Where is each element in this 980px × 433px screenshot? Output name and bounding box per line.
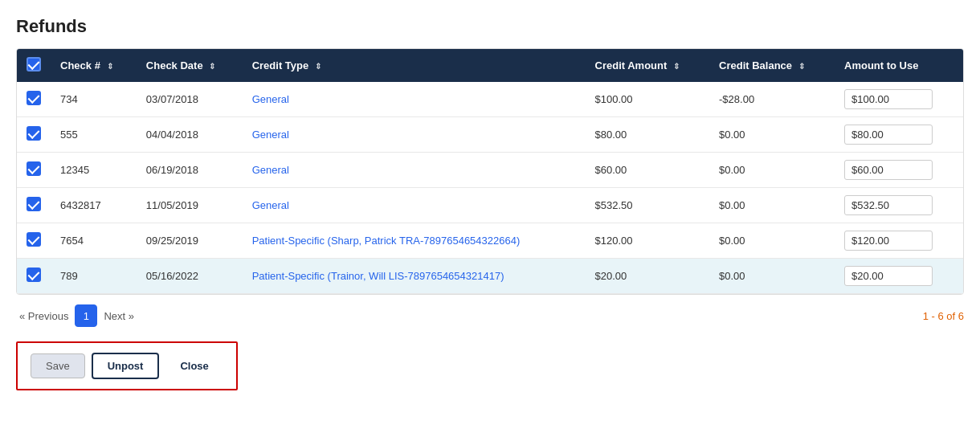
col-header-check-date[interactable]: Check Date ⇕ [137, 49, 243, 82]
row-checkbox[interactable] [27, 126, 41, 141]
table-row: 78905/16/2022Patient-Specific (Trainor, … [17, 259, 963, 294]
cell-credit-amount: $20.00 [586, 259, 709, 294]
credit-type-link[interactable]: General [252, 199, 289, 211]
row-checkbox[interactable] [27, 161, 41, 176]
credit-type-link[interactable]: Patient-Specific (Trainor, Will LIS-7897… [252, 270, 504, 282]
cell-credit-balance: $0.00 [709, 188, 835, 223]
table-row: 643281711/05/2019General$532.50$0.00 [17, 188, 963, 223]
cell-credit-amount: $60.00 [586, 153, 709, 188]
cell-check-num: 12345 [51, 153, 137, 188]
row-checkbox-cell[interactable] [17, 153, 51, 188]
cell-credit-amount: $120.00 [586, 223, 709, 259]
cell-amount-to-use[interactable] [835, 117, 963, 153]
cell-credit-type[interactable]: General [243, 82, 586, 117]
col-header-credit-amount[interactable]: Credit Amount ⇕ [586, 49, 709, 82]
cell-credit-type[interactable]: Patient-Specific (Sharp, Patrick TRA-789… [243, 223, 586, 259]
amount-to-use-input[interactable] [844, 89, 933, 109]
page-title: Refunds [16, 16, 964, 37]
pagination-controls: « Previous 1 Next » [16, 304, 137, 327]
next-page-btn[interactable]: Next » [100, 310, 137, 322]
cell-check-date: 11/05/2019 [137, 188, 243, 223]
table-row: 1234506/19/2018General$60.00$0.00 [17, 153, 963, 188]
table-row: 55504/04/2018General$80.00$0.00 [17, 117, 963, 153]
cell-check-num: 555 [51, 117, 137, 153]
cell-check-date: 05/16/2022 [137, 259, 243, 294]
sort-icon-credit-type: ⇕ [315, 62, 321, 71]
row-checkbox-cell[interactable] [17, 82, 51, 117]
col-header-amount-to-use: Amount to Use [835, 49, 963, 82]
cell-check-date: 04/04/2018 [137, 117, 243, 153]
cell-amount-to-use[interactable] [835, 153, 963, 188]
cell-check-num: 6432817 [51, 188, 137, 223]
cell-amount-to-use[interactable] [835, 223, 963, 259]
amount-to-use-input[interactable] [844, 266, 933, 286]
amount-to-use-input[interactable] [844, 195, 933, 215]
cell-credit-type[interactable]: General [243, 188, 586, 223]
cell-credit-amount: $80.00 [586, 117, 709, 153]
page-1-btn[interactable]: 1 [75, 304, 97, 327]
cell-credit-balance: $0.00 [709, 153, 835, 188]
cell-credit-amount: $532.50 [586, 188, 709, 223]
prev-page-btn[interactable]: « Previous [16, 310, 71, 322]
sort-icon-credit-amount: ⇕ [673, 62, 680, 71]
col-header-check-num[interactable]: Check # ⇕ [51, 49, 137, 82]
cell-credit-type[interactable]: Patient-Specific (Trainor, Will LIS-7897… [243, 259, 586, 294]
pagination-range: 1 - 6 of 6 [923, 310, 964, 322]
cell-credit-amount: $100.00 [586, 82, 709, 117]
amount-to-use-input[interactable] [844, 125, 933, 145]
row-checkbox-cell[interactable] [17, 223, 51, 259]
cell-credit-type[interactable]: General [243, 153, 586, 188]
cell-check-num: 789 [51, 259, 137, 294]
cell-credit-type[interactable]: General [243, 117, 586, 153]
cell-amount-to-use[interactable] [835, 259, 963, 294]
cell-check-num: 734 [51, 82, 137, 117]
cell-credit-balance: $0.00 [709, 259, 835, 294]
amount-to-use-input[interactable] [844, 160, 933, 180]
credit-type-link[interactable]: Patient-Specific (Sharp, Patrick TRA-789… [252, 235, 521, 247]
col-header-credit-balance[interactable]: Credit Balance ⇕ [709, 49, 835, 82]
credit-type-link[interactable]: General [252, 164, 289, 176]
credit-type-link[interactable]: General [252, 93, 289, 105]
save-button[interactable]: Save [31, 353, 85, 378]
sort-icon-check-num: ⇕ [107, 62, 113, 71]
cell-check-date: 03/07/2018 [137, 82, 243, 117]
row-checkbox-cell[interactable] [17, 259, 51, 294]
select-all-checkbox[interactable] [17, 49, 51, 82]
credit-type-link[interactable]: General [252, 129, 289, 141]
table-row: 73403/07/2018General$100.00-$28.00 [17, 82, 963, 117]
row-checkbox[interactable] [27, 197, 41, 211]
sort-icon-credit-balance: ⇕ [798, 62, 805, 71]
refunds-table: Check # ⇕ Check Date ⇕ Credit Type ⇕ Cre… [16, 48, 964, 295]
cell-credit-balance: -$28.00 [709, 82, 835, 117]
row-checkbox-cell[interactable] [17, 117, 51, 153]
pagination-row: « Previous 1 Next » 1 - 6 of 6 [16, 303, 964, 329]
cell-amount-to-use[interactable] [835, 188, 963, 223]
row-checkbox[interactable] [27, 268, 41, 282]
cell-check-num: 7654 [51, 223, 137, 259]
sort-icon-check-date: ⇕ [209, 62, 215, 71]
unpost-button[interactable]: Unpost [92, 353, 160, 379]
cell-credit-balance: $0.00 [709, 223, 835, 259]
close-button[interactable]: Close [165, 354, 223, 378]
cell-check-date: 09/25/2019 [137, 223, 243, 259]
row-checkbox[interactable] [27, 91, 41, 105]
cell-credit-balance: $0.00 [709, 117, 835, 153]
table-row: 765409/25/2019Patient-Specific (Sharp, P… [17, 223, 963, 259]
amount-to-use-input[interactable] [844, 231, 933, 251]
action-buttons-container: Save Unpost Close [16, 341, 238, 390]
row-checkbox-cell[interactable] [17, 188, 51, 223]
col-header-credit-type[interactable]: Credit Type ⇕ [243, 49, 586, 82]
row-checkbox[interactable] [27, 232, 41, 247]
cell-amount-to-use[interactable] [835, 82, 963, 117]
cell-check-date: 06/19/2018 [137, 153, 243, 188]
